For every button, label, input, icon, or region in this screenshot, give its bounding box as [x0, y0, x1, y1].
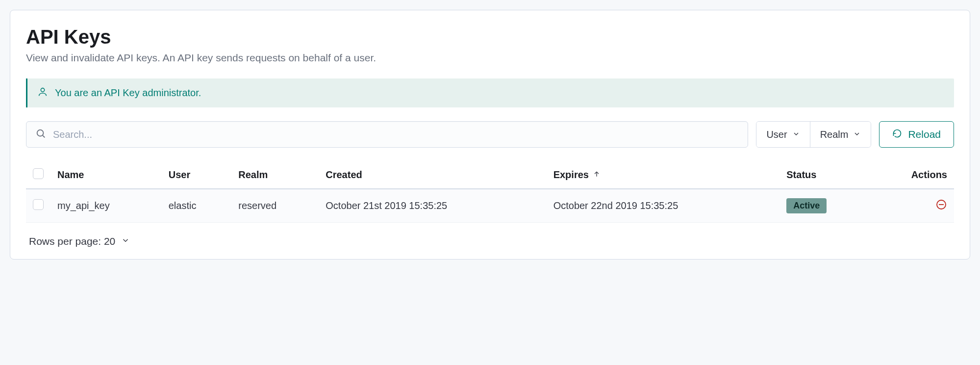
col-expires[interactable]: Expires: [547, 163, 780, 189]
reload-button[interactable]: Reload: [879, 121, 954, 148]
svg-point-0: [41, 88, 44, 92]
facet-realm-label: Realm: [820, 129, 849, 140]
reload-label: Reload: [908, 129, 941, 140]
rows-per-page[interactable]: Rows per page: 20: [29, 235, 954, 247]
chevron-down-icon: [121, 235, 130, 247]
col-status[interactable]: Status: [779, 163, 870, 189]
admin-callout: You are an API Key administrator.: [26, 78, 954, 107]
facet-user-label: User: [766, 129, 787, 140]
row-checkbox[interactable]: [33, 199, 44, 210]
search-box[interactable]: [26, 121, 748, 148]
page-subtitle: View and invalidate API keys. An API key…: [26, 52, 954, 64]
facet-realm-button[interactable]: Realm: [810, 122, 871, 147]
svg-line-2: [43, 135, 45, 137]
cell-realm: reserved: [231, 189, 319, 223]
cell-status: Active: [779, 189, 870, 223]
page-title: API Keys: [26, 26, 954, 48]
cell-actions: [870, 189, 954, 223]
col-name[interactable]: Name: [50, 163, 162, 189]
controls-row: User Realm Reload: [26, 121, 954, 148]
col-realm[interactable]: Realm: [231, 163, 319, 189]
reload-icon: [892, 129, 902, 141]
col-created[interactable]: Created: [319, 163, 546, 189]
facet-group: User Realm: [756, 121, 871, 148]
api-keys-table: Name User Realm Created Expires Status A…: [26, 163, 954, 223]
col-expires-label: Expires: [553, 169, 589, 181]
svg-point-1: [37, 130, 44, 136]
rows-per-page-label: Rows per page: 20: [29, 235, 115, 247]
table-row: my_api_key elastic reserved October 21st…: [26, 189, 954, 223]
status-badge: Active: [786, 198, 827, 213]
search-icon: [35, 128, 46, 141]
search-input[interactable]: [52, 129, 739, 141]
sort-asc-icon: [593, 169, 601, 181]
col-user[interactable]: User: [162, 163, 232, 189]
select-all-checkbox[interactable]: [33, 168, 44, 179]
cell-name: my_api_key: [50, 189, 162, 223]
cell-expires: October 22nd 2019 15:35:25: [547, 189, 780, 223]
chevron-down-icon: [853, 129, 861, 140]
chevron-down-icon: [792, 129, 800, 140]
cell-created: October 21st 2019 15:35:25: [319, 189, 546, 223]
cell-user: elastic: [162, 189, 232, 223]
page-panel: API Keys View and invalidate API keys. A…: [10, 10, 970, 260]
facet-user-button[interactable]: User: [756, 122, 809, 147]
col-actions: Actions: [870, 163, 954, 189]
callout-text: You are an API Key administrator.: [55, 87, 201, 99]
user-admin-icon: [37, 86, 48, 100]
invalidate-icon[interactable]: [935, 202, 947, 212]
